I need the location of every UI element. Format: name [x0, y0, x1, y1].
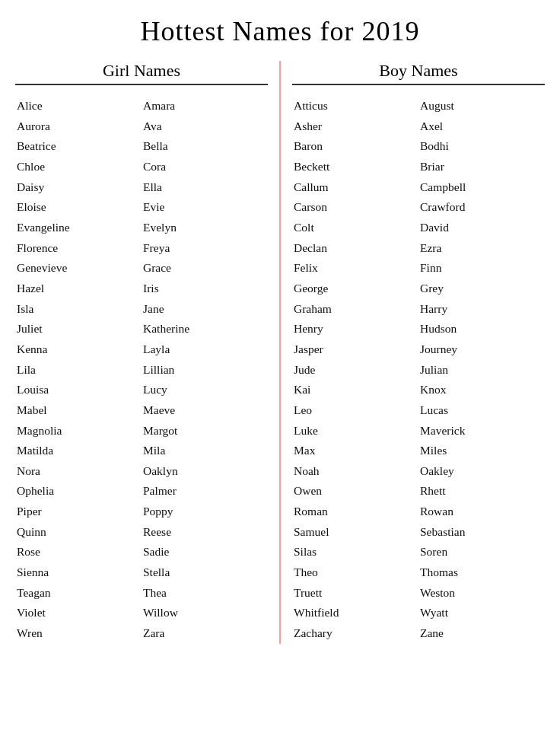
- girl-name-col1: Florence: [15, 238, 142, 259]
- boy-name-col1: Felix: [292, 258, 418, 279]
- boy-name-col1: Truett: [292, 583, 418, 604]
- girl-name-col1: Quinn: [15, 522, 142, 543]
- girl-name-col1: Aurora: [15, 116, 142, 137]
- girl-name-col2: Cora: [142, 157, 268, 177]
- girl-name-col1: Matilda: [15, 441, 142, 461]
- girl-name-col2: Jane: [142, 299, 268, 320]
- boy-name-col1: Declan: [292, 238, 418, 259]
- girl-name-col1: Rose: [15, 542, 142, 562]
- girl-name-col2: Reese: [142, 522, 268, 543]
- girl-name-col1: Nora: [15, 461, 142, 482]
- boy-name-col2: Miles: [418, 441, 545, 461]
- girl-name-col1: Mabel: [15, 400, 142, 421]
- girl-name-col1: Magnolia: [15, 421, 142, 441]
- girl-name-col1: Piper: [15, 502, 142, 522]
- girl-name-col1: Alice: [15, 96, 142, 116]
- girl-name-col2: Poppy: [142, 502, 268, 522]
- boy-name-col1: Kai: [292, 380, 418, 400]
- boy-name-col1: Atticus: [292, 96, 418, 116]
- girl-name-col1: Lila: [15, 360, 142, 381]
- boy-name-col1: Graham: [292, 299, 418, 320]
- girl-name-col2: Stella: [142, 562, 268, 583]
- girl-name-col1: Genevieve: [15, 258, 142, 279]
- girl-name-col2: Sadie: [142, 542, 268, 562]
- girl-name-col2: Evie: [142, 197, 268, 218]
- girl-name-col2: Margot: [142, 421, 268, 441]
- boy-names-grid: AtticusAugustAsherAxelBaronBodhiBeckettB…: [292, 96, 545, 644]
- boy-name-col1: Whitfield: [292, 603, 418, 623]
- girl-name-col1: Kenna: [15, 339, 142, 360]
- boy-section-title: Boy Names: [292, 61, 545, 85]
- boy-name-col1: Max: [292, 441, 418, 461]
- boy-names-section: Boy Names AtticusAugustAsherAxelBaronBod…: [285, 61, 552, 644]
- boy-name-col1: Callum: [292, 177, 418, 198]
- boy-name-col1: Jude: [292, 360, 418, 381]
- boy-name-col1: Baron: [292, 136, 418, 157]
- girl-name-col2: Ella: [142, 177, 268, 198]
- boy-name-col1: Roman: [292, 502, 418, 522]
- boy-name-col2: Wyatt: [418, 603, 545, 623]
- boy-name-col1: Owen: [292, 481, 418, 502]
- girl-name-col2: Lillian: [142, 360, 268, 381]
- girl-name-col2: Layla: [142, 339, 268, 360]
- girl-name-col1: Violet: [15, 603, 142, 623]
- girl-name-col2: Bella: [142, 136, 268, 157]
- boy-name-col2: Grey: [418, 279, 545, 299]
- boy-name-col2: Zane: [418, 623, 545, 644]
- boy-name-col2: Campbell: [418, 177, 545, 198]
- boy-name-col2: Maverick: [418, 421, 545, 441]
- boy-name-col2: Oakley: [418, 461, 545, 482]
- boy-name-col1: Luke: [292, 421, 418, 441]
- boy-name-col2: Sebastian: [418, 522, 545, 543]
- girl-name-col2: Iris: [142, 279, 268, 299]
- boy-name-col1: Henry: [292, 319, 418, 339]
- boy-name-col1: Leo: [292, 400, 418, 421]
- girl-name-col2: Thea: [142, 583, 268, 604]
- girl-names-section: Girl Names AliceAmaraAuroraAvaBeatriceBe…: [8, 61, 275, 644]
- girl-name-col1: Teagan: [15, 583, 142, 604]
- girl-name-col1: Eloise: [15, 197, 142, 218]
- girl-name-col2: Oaklyn: [142, 461, 268, 482]
- boy-name-col1: Carson: [292, 197, 418, 218]
- boy-name-col1: Noah: [292, 461, 418, 482]
- boy-name-col2: Julian: [418, 360, 545, 381]
- boy-name-col2: August: [418, 96, 545, 116]
- girl-section-title: Girl Names: [15, 61, 268, 85]
- girl-name-col2: Maeve: [142, 400, 268, 421]
- boy-name-col2: Hudson: [418, 319, 545, 339]
- boy-name-col1: Colt: [292, 218, 418, 238]
- boy-name-col1: Theo: [292, 562, 418, 583]
- boy-name-col2: Harry: [418, 299, 545, 320]
- girl-name-col1: Hazel: [15, 279, 142, 299]
- girl-name-col1: Juliet: [15, 319, 142, 339]
- boy-name-col2: Rowan: [418, 502, 545, 522]
- boy-name-col1: George: [292, 279, 418, 299]
- boy-name-col2: Finn: [418, 258, 545, 279]
- boy-name-col2: Knox: [418, 380, 545, 400]
- girl-name-col2: Grace: [142, 258, 268, 279]
- boy-name-col2: Soren: [418, 542, 545, 562]
- boy-name-col2: Ezra: [418, 238, 545, 259]
- boy-name-col1: Zachary: [292, 623, 418, 644]
- boy-name-col2: Journey: [418, 339, 545, 360]
- page-title: Hottest Names for 2019: [8, 15, 552, 47]
- girl-name-col1: Daisy: [15, 177, 142, 198]
- boy-name-col2: Rhett: [418, 481, 545, 502]
- boy-name-col1: Silas: [292, 542, 418, 562]
- boy-name-col2: Briar: [418, 157, 545, 177]
- girl-name-col2: Willow: [142, 603, 268, 623]
- girl-name-col2: Freya: [142, 238, 268, 259]
- boy-name-col2: Weston: [418, 583, 545, 604]
- boy-name-col2: Axel: [418, 116, 545, 137]
- girl-name-col1: Wren: [15, 623, 142, 644]
- girl-name-col1: Evangeline: [15, 218, 142, 238]
- girl-name-col2: Evelyn: [142, 218, 268, 238]
- girl-name-col1: Isla: [15, 299, 142, 320]
- girl-name-col2: Ava: [142, 116, 268, 137]
- girl-names-grid: AliceAmaraAuroraAvaBeatriceBellaChloeCor…: [15, 96, 268, 644]
- boy-name-col2: Thomas: [418, 562, 545, 583]
- girl-name-col2: Mila: [142, 441, 268, 461]
- boy-name-col2: Lucas: [418, 400, 545, 421]
- boy-name-col1: Asher: [292, 116, 418, 137]
- boy-name-col1: Beckett: [292, 157, 418, 177]
